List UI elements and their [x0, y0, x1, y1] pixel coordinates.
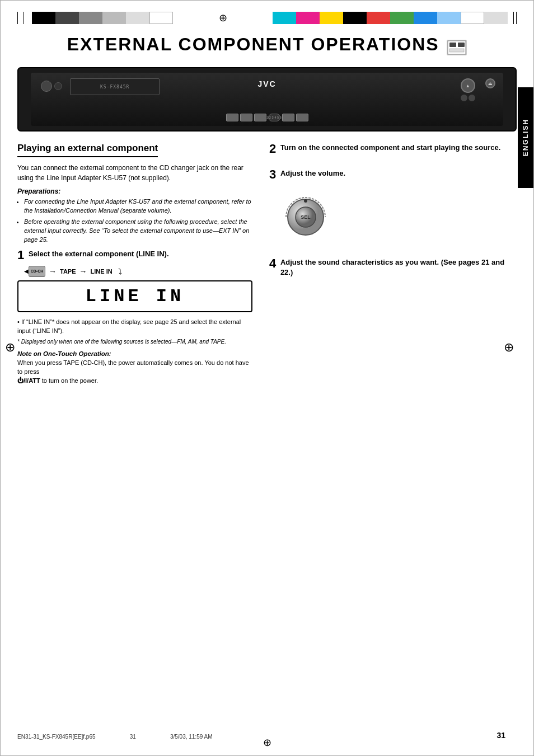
color-black [32, 12, 55, 24]
svg-rect-4 [449, 49, 464, 52]
right-column: 2 Turn on the connected component and st… [269, 143, 517, 393]
step-2: 2 Turn on the connected component and st… [269, 143, 517, 155]
step-4: 4 Adjust the sound characteristics as yo… [269, 257, 517, 278]
flow-diagram: CD-CH ◀ → TAPE → LINE IN ⤵ [29, 266, 252, 277]
color-black2 [343, 12, 367, 24]
page-wrapper: EXTERNAL COMPONENT OPERATIONS JVC KS-FX8… [0, 0, 534, 756]
sel-knob-area: SEL [275, 186, 517, 250]
arrow-2: → [79, 267, 87, 276]
step-3-number: 3 [269, 168, 276, 181]
section-intro: You can connect the external component t… [17, 163, 252, 183]
page-number: 31 [496, 731, 505, 740]
flow-btn-label: CD-CH [31, 269, 44, 273]
preparations-list: For connecting the Line Input Adapter KS… [24, 198, 252, 245]
left-color-strip [32, 12, 173, 24]
color-lt-blue [437, 12, 461, 24]
one-touch-heading: Note on One-Touch Operation: [17, 350, 252, 357]
device-inner: JVC KS-FX845R ▲ ⏏ [31, 73, 503, 125]
title-icon [447, 40, 467, 57]
power-symbol: ⏻/I/ATT [17, 377, 40, 384]
registration-mark-top [217, 12, 229, 24]
bullet-1: For connecting the Line Input Adapter KS… [24, 198, 252, 215]
reg-mark-right: ⊕ [504, 340, 514, 355]
footer-info: EN31-31_KS-FX845R[EE]f.p65 31 3/5/03, 11… [17, 734, 213, 740]
step-3: 3 Adjust the volume. SEL [269, 168, 517, 250]
reg-mark-left: ⊕ [5, 340, 15, 355]
note-suffix: to turn on the power. [42, 377, 98, 384]
step-4-label: Adjust the sound characteristics as you … [280, 257, 512, 278]
svg-point-8 [304, 199, 307, 203]
svg-text:SEL: SEL [301, 214, 311, 220]
linein-label: LINE IN [91, 268, 113, 275]
tape-label: TAPE [60, 268, 76, 275]
device-image: JVC KS-FX845R ▲ ⏏ [17, 67, 517, 132]
color-dark-gray [55, 12, 79, 24]
step-3-label: Adjust the volume. [280, 168, 512, 179]
color-registration-strip [17, 12, 517, 24]
step-2-label: Turn on the connected component and star… [280, 143, 512, 153]
footer-center: 31 [130, 734, 136, 740]
page-title-area: EXTERNAL COMPONENT OPERATIONS [17, 34, 517, 57]
color-red [367, 12, 390, 24]
preparations-heading: Preparations: [17, 187, 252, 195]
color-light-gray [102, 12, 126, 24]
color-green [390, 12, 414, 24]
color-mid-gray [79, 12, 102, 24]
color-magenta [296, 12, 320, 24]
step1-note1: • If “LINE IN”* does not appear on the d… [17, 318, 252, 336]
jvc-brand-label: JVC [257, 79, 276, 88]
right-color-strip [273, 12, 508, 24]
left-column: Playing an external component You can co… [17, 143, 252, 393]
language-sidebar: ENGLISH [518, 87, 533, 188]
bullet-2: Before operating the external component … [24, 218, 252, 245]
page-title: EXTERNAL COMPONENT OPERATIONS [67, 34, 439, 55]
step-1-label: Select the external component (LINE IN). [29, 249, 248, 259]
svg-rect-3 [458, 43, 465, 47]
reg-mark-bottom: ⊕ [263, 736, 271, 749]
color-white [149, 12, 173, 24]
color-lighter-gray [126, 12, 149, 24]
color-white2 [461, 12, 484, 24]
step-4-number: 4 [269, 257, 276, 270]
one-touch-body: When you press TAPE (CD-CH), the power a… [17, 359, 252, 386]
color-lighter2 [484, 12, 508, 24]
footer-right: 3/5/03, 11:59 AM [170, 734, 213, 740]
step-2-number: 2 [269, 143, 276, 155]
language-label: ENGLISH [522, 119, 530, 156]
footer-left: EN31-31_KS-FX845R[EE]f.p65 [17, 734, 96, 740]
step1-note-star: * Displayed only when one of the followi… [17, 338, 252, 346]
section-heading: Playing an external component [17, 143, 252, 163]
color-yellow [320, 12, 343, 24]
content-area: Playing an external component You can co… [17, 143, 517, 393]
svg-rect-2 [449, 43, 456, 47]
color-cyan [273, 12, 296, 24]
color-blue [414, 12, 437, 24]
line-in-display: LINE IN [17, 280, 252, 312]
arrow-1: → [49, 267, 57, 276]
step-1-number: 1 [17, 249, 24, 261]
step-1: 1 Select the external component (LINE IN… [17, 249, 252, 386]
sel-knob-svg: SEL [275, 186, 336, 248]
